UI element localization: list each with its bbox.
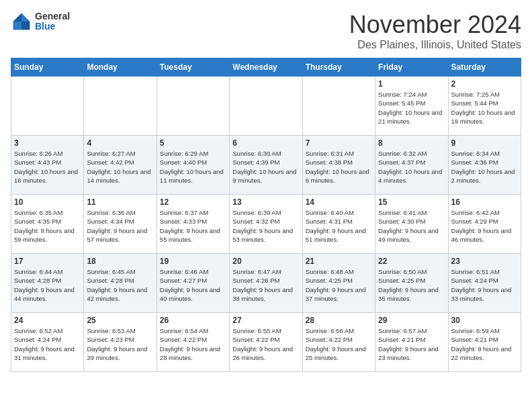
- calendar-cell: 18Sunrise: 6:45 AMSunset: 4:28 PMDayligh…: [84, 254, 157, 313]
- day-number: 17: [14, 257, 81, 266]
- day-number: 28: [306, 316, 372, 325]
- day-number: 7: [306, 138, 372, 148]
- calendar-cell: 14Sunrise: 6:40 AMSunset: 4:31 PMDayligh…: [302, 195, 375, 254]
- col-header-monday: Monday: [84, 58, 157, 77]
- day-number: 11: [87, 197, 153, 207]
- month-title: November 2024: [349, 11, 521, 39]
- calendar-table: SundayMondayTuesdayWednesdayThursdayFrid…: [11, 58, 521, 372]
- calendar-cell: 28Sunrise: 6:56 AMSunset: 4:22 PMDayligh…: [302, 313, 375, 372]
- day-info: Sunrise: 6:40 AMSunset: 4:31 PMDaylight:…: [306, 208, 372, 244]
- day-number: 4: [87, 138, 153, 148]
- calendar-cell: 7Sunrise: 6:31 AMSunset: 4:38 PMDaylight…: [302, 136, 375, 195]
- day-info: Sunrise: 6:41 AMSunset: 4:30 PMDaylight:…: [378, 208, 445, 244]
- day-number: 9: [451, 138, 518, 148]
- day-info: Sunrise: 6:54 AMSunset: 4:22 PMDaylight:…: [160, 326, 226, 362]
- day-number: 30: [451, 316, 518, 325]
- day-number: 14: [306, 197, 372, 207]
- calendar-cell: [157, 77, 229, 136]
- day-number: 15: [378, 197, 445, 207]
- day-number: 20: [232, 257, 299, 266]
- logo-blue-text: Blue: [35, 21, 70, 32]
- col-header-friday: Friday: [375, 58, 448, 77]
- calendar-cell: 8Sunrise: 6:32 AMSunset: 4:37 PMDaylight…: [375, 136, 448, 195]
- day-info: Sunrise: 6:52 AMSunset: 4:24 PMDaylight:…: [14, 326, 81, 362]
- day-info: Sunrise: 6:48 AMSunset: 4:25 PMDaylight:…: [306, 267, 372, 303]
- calendar-cell: 1Sunrise: 7:24 AMSunset: 5:45 PMDaylight…: [375, 77, 448, 136]
- day-number: 5: [160, 138, 226, 148]
- calendar-cell: 2Sunrise: 7:25 AMSunset: 5:44 PMDaylight…: [448, 77, 521, 136]
- calendar-cell: 26Sunrise: 6:54 AMSunset: 4:22 PMDayligh…: [157, 313, 229, 372]
- day-number: 18: [87, 257, 153, 266]
- logo-text: General Blue: [35, 11, 70, 32]
- day-number: 10: [14, 197, 81, 207]
- calendar-cell: 16Sunrise: 6:42 AMSunset: 4:29 PMDayligh…: [448, 195, 521, 254]
- logo: General Blue: [11, 11, 70, 32]
- day-number: 13: [232, 197, 299, 207]
- day-info: Sunrise: 6:31 AMSunset: 4:38 PMDaylight:…: [306, 149, 372, 185]
- day-number: 24: [14, 316, 81, 325]
- day-number: 27: [232, 316, 299, 325]
- day-number: 29: [378, 316, 445, 325]
- day-number: 25: [87, 316, 153, 325]
- day-info: Sunrise: 6:59 AMSunset: 4:21 PMDaylight:…: [451, 326, 518, 362]
- day-number: 8: [378, 138, 445, 148]
- calendar-week-2: 10Sunrise: 6:35 AMSunset: 4:35 PMDayligh…: [11, 195, 521, 254]
- day-info: Sunrise: 6:47 AMSunset: 4:26 PMDaylight:…: [232, 267, 299, 303]
- calendar-cell: 15Sunrise: 6:41 AMSunset: 4:30 PMDayligh…: [375, 195, 448, 254]
- day-number: 16: [451, 197, 518, 207]
- svg-rect-2: [21, 21, 30, 30]
- calendar-cell: 19Sunrise: 6:46 AMSunset: 4:27 PMDayligh…: [157, 254, 229, 313]
- title-block: November 2024 Des Plaines, Illinois, Uni…: [349, 11, 521, 51]
- calendar-cell: 25Sunrise: 6:53 AMSunset: 4:23 PMDayligh…: [84, 313, 157, 372]
- calendar-cell: 3Sunrise: 6:26 AMSunset: 4:43 PMDaylight…: [11, 136, 84, 195]
- calendar-cell: 23Sunrise: 6:51 AMSunset: 4:24 PMDayligh…: [448, 254, 521, 313]
- calendar-cell: 21Sunrise: 6:48 AMSunset: 4:25 PMDayligh…: [302, 254, 375, 313]
- calendar-cell: 17Sunrise: 6:44 AMSunset: 4:28 PMDayligh…: [11, 254, 84, 313]
- day-info: Sunrise: 6:53 AMSunset: 4:23 PMDaylight:…: [87, 326, 153, 362]
- calendar-cell: 11Sunrise: 6:36 AMSunset: 4:34 PMDayligh…: [84, 195, 157, 254]
- calendar-cell: [11, 77, 84, 136]
- day-number: 21: [306, 257, 372, 266]
- day-info: Sunrise: 6:35 AMSunset: 4:35 PMDaylight:…: [14, 208, 81, 244]
- calendar-cell: 24Sunrise: 6:52 AMSunset: 4:24 PMDayligh…: [11, 313, 84, 372]
- day-info: Sunrise: 7:25 AMSunset: 5:44 PMDaylight:…: [451, 90, 518, 126]
- day-number: 3: [14, 138, 81, 148]
- calendar-cell: 4Sunrise: 6:27 AMSunset: 4:42 PMDaylight…: [84, 136, 157, 195]
- day-number: 22: [378, 257, 445, 266]
- calendar-week-3: 17Sunrise: 6:44 AMSunset: 4:28 PMDayligh…: [11, 254, 521, 313]
- calendar-cell: 9Sunrise: 6:34 AMSunset: 4:36 PMDaylight…: [448, 136, 521, 195]
- col-header-wednesday: Wednesday: [230, 58, 302, 77]
- day-number: 6: [232, 138, 299, 148]
- day-info: Sunrise: 6:57 AMSunset: 4:21 PMDaylight:…: [378, 326, 445, 362]
- day-info: Sunrise: 6:44 AMSunset: 4:28 PMDaylight:…: [14, 267, 81, 303]
- day-info: Sunrise: 6:26 AMSunset: 4:43 PMDaylight:…: [14, 149, 81, 185]
- day-info: Sunrise: 7:24 AMSunset: 5:45 PMDaylight:…: [378, 90, 445, 126]
- day-number: 1: [378, 79, 445, 89]
- day-number: 2: [451, 79, 518, 89]
- calendar-cell: 13Sunrise: 6:39 AMSunset: 4:32 PMDayligh…: [230, 195, 302, 254]
- day-info: Sunrise: 6:39 AMSunset: 4:32 PMDaylight:…: [232, 208, 299, 244]
- day-info: Sunrise: 6:56 AMSunset: 4:22 PMDaylight:…: [306, 326, 372, 362]
- svg-rect-1: [13, 21, 21, 30]
- day-info: Sunrise: 6:51 AMSunset: 4:24 PMDaylight:…: [451, 267, 518, 303]
- day-number: 23: [451, 257, 518, 266]
- calendar-header-row: SundayMondayTuesdayWednesdayThursdayFrid…: [11, 58, 521, 77]
- logo-general-text: General: [35, 11, 70, 21]
- calendar-week-1: 3Sunrise: 6:26 AMSunset: 4:43 PMDaylight…: [11, 136, 521, 195]
- calendar-week-4: 24Sunrise: 6:52 AMSunset: 4:24 PMDayligh…: [11, 313, 521, 372]
- calendar-cell: 30Sunrise: 6:59 AMSunset: 4:21 PMDayligh…: [448, 313, 521, 372]
- day-number: 12: [160, 197, 226, 207]
- day-info: Sunrise: 6:27 AMSunset: 4:42 PMDaylight:…: [87, 149, 153, 185]
- calendar-cell: 6Sunrise: 6:30 AMSunset: 4:39 PMDaylight…: [230, 136, 302, 195]
- calendar-cell: 5Sunrise: 6:29 AMSunset: 4:40 PMDaylight…: [157, 136, 229, 195]
- calendar-cell: 27Sunrise: 6:55 AMSunset: 4:22 PMDayligh…: [230, 313, 302, 372]
- day-number: 19: [160, 257, 226, 266]
- day-info: Sunrise: 6:50 AMSunset: 4:25 PMDaylight:…: [378, 267, 445, 303]
- day-info: Sunrise: 6:36 AMSunset: 4:34 PMDaylight:…: [87, 208, 153, 244]
- day-info: Sunrise: 6:34 AMSunset: 4:36 PMDaylight:…: [451, 149, 518, 185]
- day-info: Sunrise: 6:32 AMSunset: 4:37 PMDaylight:…: [378, 149, 445, 185]
- day-number: 26: [160, 316, 226, 325]
- location-text: Des Plaines, Illinois, United States: [349, 39, 521, 51]
- col-header-sunday: Sunday: [11, 58, 84, 77]
- day-info: Sunrise: 6:29 AMSunset: 4:40 PMDaylight:…: [160, 149, 226, 185]
